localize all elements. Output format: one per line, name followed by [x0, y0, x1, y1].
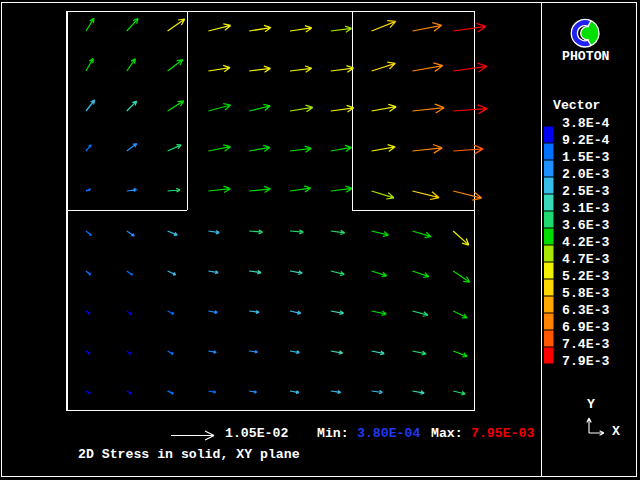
svg-text:6.9E-3: 6.9E-3 — [562, 320, 610, 335]
svg-text:3.80E-04: 3.80E-04 — [357, 426, 420, 441]
svg-text:3.1E-3: 3.1E-3 — [562, 201, 610, 216]
svg-text:PHOTON: PHOTON — [562, 49, 610, 64]
svg-text:2.0E-3: 2.0E-3 — [562, 167, 610, 182]
svg-text:Y: Y — [587, 397, 595, 412]
svg-text:4.2E-3: 4.2E-3 — [562, 235, 610, 250]
svg-text:7.4E-3: 7.4E-3 — [562, 337, 610, 352]
svg-text:3.6E-3: 3.6E-3 — [562, 218, 610, 233]
svg-text:7.9E-3: 7.9E-3 — [562, 354, 610, 369]
svg-text:7.95E-03: 7.95E-03 — [471, 426, 534, 441]
svg-text:1.05E-02: 1.05E-02 — [225, 426, 288, 441]
svg-text:5.2E-3: 5.2E-3 — [562, 269, 610, 284]
svg-text:Min:: Min: — [317, 426, 349, 441]
svg-text:X: X — [612, 424, 620, 439]
svg-text:Max:: Max: — [431, 426, 463, 441]
svg-text:5.8E-3: 5.8E-3 — [562, 286, 610, 301]
svg-text:1.5E-3: 1.5E-3 — [562, 150, 610, 165]
svg-text:2D Stress in solid, XY plane: 2D Stress in solid, XY plane — [78, 447, 300, 462]
svg-text:9.2E-4: 9.2E-4 — [562, 133, 610, 148]
svg-text:6.3E-3: 6.3E-3 — [562, 303, 610, 318]
svg-text:Vector: Vector — [553, 98, 600, 113]
svg-text:3.8E-4: 3.8E-4 — [562, 116, 610, 131]
svg-text:2.5E-3: 2.5E-3 — [562, 184, 610, 199]
svg-text:4.7E-3: 4.7E-3 — [562, 252, 610, 267]
